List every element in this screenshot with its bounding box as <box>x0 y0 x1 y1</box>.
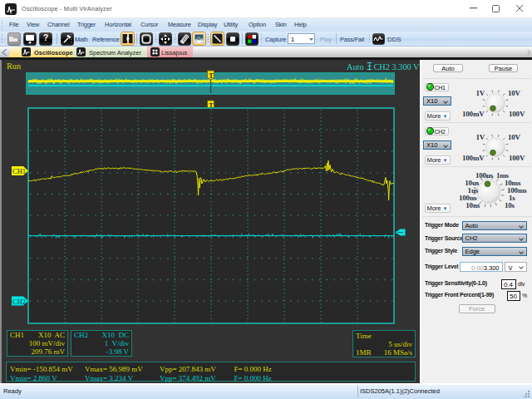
svg-text:CH2 3.300 V: CH2 3.300 V <box>374 62 421 71</box>
svg-text:Auto: Auto <box>347 62 364 71</box>
svg-text:CH2: CH2 <box>12 298 26 306</box>
svg-text:T: T <box>209 72 214 80</box>
svg-text:CH1: CH1 <box>12 167 26 175</box>
svg-text:Run: Run <box>7 62 21 71</box>
